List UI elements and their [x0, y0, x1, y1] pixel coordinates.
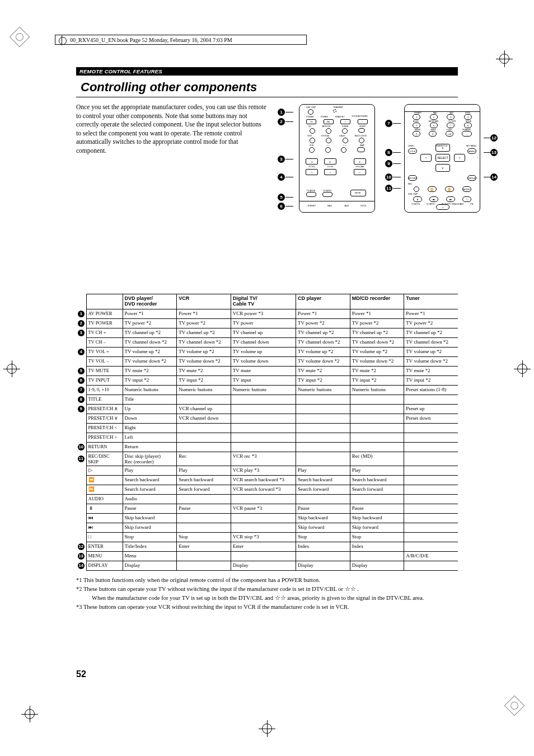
function-cell: Menu	[123, 551, 177, 561]
row-number-badge: 6	[78, 377, 85, 384]
function-cell: VCR power *3	[231, 309, 296, 318]
page-number: 52	[76, 669, 86, 679]
function-cell: Up	[123, 404, 177, 414]
function-name: TV VOL –	[86, 356, 123, 366]
function-cell: Skip backward	[296, 513, 350, 523]
function-cell: Pause	[296, 504, 350, 513]
function-cell: Display	[296, 561, 350, 570]
numeric-button: 4	[464, 114, 472, 120]
amp-button	[357, 147, 365, 152]
function-cell: Numeric buttons	[177, 385, 231, 395]
function-cell: TV input *2	[123, 375, 177, 385]
function-cell: Numeric buttons	[231, 385, 296, 395]
footnote-2b: When the manufacturer code for your TV i…	[76, 594, 458, 602]
function-cell: TV input *2	[350, 375, 404, 385]
function-cell: TV volume down *2	[350, 356, 404, 366]
numeric-button: 1	[413, 114, 420, 120]
d-pad: ∧ < SELECT > ∨	[420, 144, 465, 177]
table-row: ⏭Skip forwardSkip forwardSkip forward	[76, 523, 458, 532]
table-row: □StopStopVCR stop *3StopStop	[76, 532, 458, 542]
function-cell: Preset up	[404, 404, 458, 414]
table-row: ⏪Search backwardSearch backwardVCR searc…	[76, 475, 458, 485]
dpad-right: >	[454, 154, 465, 162]
function-cell: Search backward	[296, 475, 350, 485]
function-cell: Skip forward	[123, 523, 177, 532]
multich-input-button	[359, 138, 364, 143]
table-row: 8TITLETitle	[76, 395, 458, 404]
function-cell: TV volume up *2	[404, 347, 458, 356]
function-cell	[296, 433, 350, 442]
function-cell: Return	[123, 442, 177, 452]
table-row: 14DISPLAYDisplayDisplayDisplayDisplay	[76, 561, 458, 570]
table-header: DVD player/DVD recorder	[123, 294, 177, 309]
function-cell: TV power *2	[123, 318, 177, 328]
function-cell	[350, 494, 404, 504]
function-cell: TV mute *2	[404, 366, 458, 375]
play-button: ▷	[436, 204, 449, 210]
registration-mark-bc	[259, 720, 275, 737]
function-cell: Skip forward	[296, 523, 350, 532]
function-cell: Power *1	[404, 309, 458, 318]
table-header: Tuner	[404, 294, 458, 309]
row-number-badge: 14	[78, 562, 85, 569]
numeric-button: 5	[413, 123, 420, 128]
table-header	[86, 294, 123, 309]
row-number-badge: 9	[78, 406, 85, 412]
function-name: TV MUTE	[86, 366, 123, 375]
function-cell: Down	[123, 414, 177, 423]
function-cell: Stop	[123, 532, 177, 542]
function-cell: Stop	[350, 532, 404, 542]
function-cell	[404, 452, 458, 466]
function-cell	[350, 551, 404, 561]
callout-3: 3	[278, 156, 285, 163]
table-row: ⏩Search forwardSearch forwardVCR search …	[76, 485, 458, 494]
function-cell: TV volume down *2	[404, 356, 458, 366]
function-cell	[404, 395, 458, 404]
function-cell	[231, 523, 296, 532]
mdcdr-input-button	[326, 128, 331, 134]
function-cell: Index	[296, 542, 350, 551]
function-cell: Power *1	[350, 309, 404, 318]
function-cell	[231, 513, 296, 523]
table-row: PRESET/CH <Right	[76, 423, 458, 433]
row-number-badge: 2	[78, 320, 85, 327]
function-cell: TV channel down *2	[123, 337, 177, 347]
table-row: 71-9, 0, +10Numeric buttonsNumeric butto…	[76, 385, 458, 395]
function-cell: TV input *2	[296, 375, 350, 385]
vaux-input-button	[343, 138, 348, 143]
function-cell: VCR pause *3	[231, 504, 296, 513]
table-row: ▷PlayPlayVCR play *3PlayPlay	[76, 466, 458, 475]
function-cell: Stop	[296, 532, 350, 542]
callout-5: 5	[278, 194, 285, 201]
table-row: PRESET/CH >Left	[76, 433, 458, 442]
function-name: TV CH –	[86, 337, 123, 347]
callout-4: 4	[278, 173, 285, 181]
function-cell: TV input	[231, 375, 296, 385]
function-cell: Play	[177, 466, 231, 475]
function-cell: TV mute *2	[350, 366, 404, 375]
function-name: ⏮	[86, 513, 123, 523]
table-row: TV CH –TV channel down *2TV channel down…	[76, 337, 458, 347]
function-cell: Skip backward	[350, 513, 404, 523]
function-name: ▷	[86, 466, 123, 475]
function-cell	[296, 452, 350, 466]
function-cell: VCR channel down	[177, 414, 231, 423]
row-number-badge: 13	[78, 553, 85, 560]
footnote-2: *2 These buttons can operate your TV wit…	[76, 585, 458, 593]
function-cell	[404, 485, 458, 494]
callout-8: 8	[385, 149, 392, 156]
function-cell	[177, 423, 231, 433]
function-name: ⏪	[86, 475, 123, 485]
table-header: VCR	[177, 294, 231, 309]
callout-6: 6	[278, 203, 285, 210]
row-number-badge: 12	[78, 543, 85, 550]
function-cell: TV input *2	[404, 375, 458, 385]
function-cell	[404, 423, 458, 433]
table-row: 6TV INPUTTV input *2TV input *2TV inputT…	[76, 375, 458, 385]
function-cell	[350, 395, 404, 404]
tv-ch-control: + TV CH –	[324, 158, 336, 175]
table-header: Digital TV/Cable TV	[231, 294, 296, 309]
function-cell: TV input *2	[177, 375, 231, 385]
function-cell	[404, 475, 458, 485]
registration-mark-bl	[21, 706, 38, 722]
